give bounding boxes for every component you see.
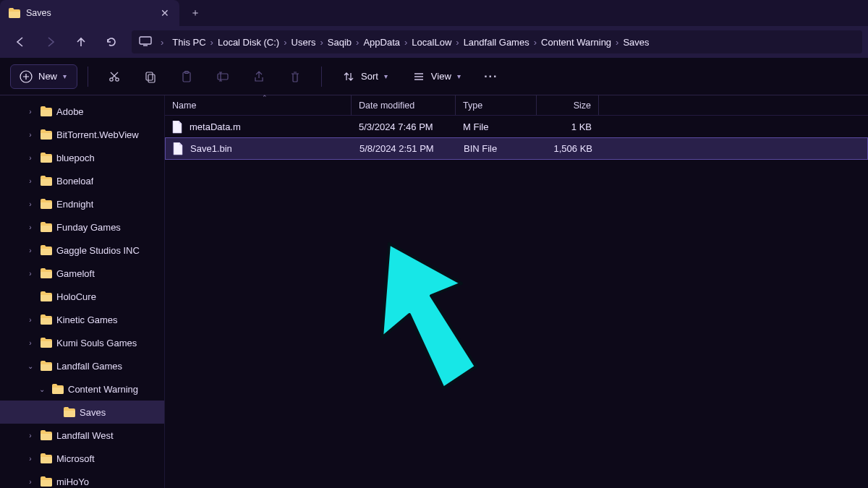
breadcrumb-segment[interactable]: Users [292,37,316,48]
chevron-down-icon[interactable]: ⌄ [25,362,36,370]
chevron-down-icon: ▾ [384,72,388,80]
copy-button[interactable] [135,64,166,89]
chevron-right-icon[interactable]: › [25,200,36,208]
annotation-arrow [375,236,498,388]
file-size: 1 KB [537,121,599,132]
file-name: metaData.m [190,121,241,132]
chevron-right-icon[interactable]: › [25,316,36,324]
chevron-right-icon[interactable]: › [25,455,36,463]
tree-item[interactable]: ›Funday Games [0,215,164,239]
chevron-right-icon[interactable]: › [25,478,36,486]
refresh-button[interactable] [97,30,126,53]
column-name[interactable]: Name [165,95,352,115]
tree-item[interactable]: ›Microsoft [0,447,164,470]
folder-icon [41,199,52,209]
address-bar[interactable]: › This PC›Local Disk (C:)›Users›Saqib›Ap… [132,30,862,53]
chevron-right-icon[interactable]: › [25,339,36,347]
breadcrumb-segment[interactable]: Saqib [328,37,352,48]
new-tab-button[interactable]: ＋ [179,0,211,26]
new-button-label: New [38,71,57,82]
back-button[interactable] [6,30,35,53]
folder-icon [41,338,52,348]
folder-icon [64,407,75,417]
window-tab[interactable]: Saves ✕ [0,0,179,26]
tree-item-label: HoloCure [56,291,96,302]
tree-item-label: Kinetic Games [56,314,118,325]
breadcrumb-segment[interactable]: Saves [623,37,649,48]
folder-icon [41,268,52,278]
file-row[interactable]: metaData.m5/3/2024 7:46 PMM File1 KB [165,116,868,138]
tree-item[interactable]: Saves [0,401,164,424]
tree-item[interactable]: ›Kumi Souls Games [0,331,164,354]
chevron-right-icon[interactable]: › [25,270,36,278]
file-icon [173,142,183,155]
tree-item[interactable]: ⌄Content Warning [0,377,164,401]
file-date: 5/8/2024 2:51 PM [352,143,456,154]
chevron-right-icon[interactable]: › [25,223,36,231]
column-date[interactable]: Date modified [352,95,456,115]
close-tab-button[interactable]: ✕ [155,3,175,23]
tree-item[interactable]: ›Landfall West [0,424,164,447]
tree-item[interactable]: ›Boneloaf [0,169,164,192]
chevron-right-icon: › [404,37,407,48]
tree-item[interactable]: HoloCure [0,285,164,308]
folder-icon [41,176,52,186]
collapse-caret-icon[interactable]: ⌃ [262,94,268,101]
folder-icon [41,153,52,163]
new-button[interactable]: New ▾ [10,64,77,89]
chevron-right-icon[interactable]: › [25,131,36,139]
folder-icon [41,453,52,463]
tree-item-label: BitTorrent.WebView [56,129,139,140]
tree-item[interactable]: ›Endnight [0,192,164,215]
breadcrumb-segment[interactable]: Local Disk (C:) [218,37,279,48]
folder-icon [41,106,52,116]
tree-item[interactable]: ›Kinetic Games [0,308,164,331]
file-name: Save1.bin [190,143,232,154]
paste-button[interactable] [171,64,203,89]
sort-button[interactable]: Sort ▾ [332,64,398,89]
view-button[interactable]: View ▾ [402,64,471,89]
tree-item[interactable]: ›Gameloft [0,262,164,285]
share-button[interactable] [243,64,275,89]
chevron-right-icon[interactable]: › [25,154,36,162]
column-headers[interactable]: Name Date modified Type Size [165,95,868,116]
column-size[interactable]: Size [537,95,599,115]
breadcrumb-segment[interactable]: This PC [172,37,205,48]
delete-button[interactable] [279,64,311,89]
tree-item[interactable]: ›Gaggle Studios INC [0,239,164,262]
toolbar: New ▾ Sort ▾ View ▾ ··· [0,58,868,95]
tree-item[interactable]: ›BitTorrent.WebView [0,123,164,146]
folder-icon [41,361,52,371]
cut-button[interactable] [98,64,130,89]
breadcrumb-segment[interactable]: Landfall Games [464,37,529,48]
file-size: 1,506 KB [537,143,600,154]
rename-button[interactable] [207,64,239,89]
up-button[interactable] [67,30,95,53]
folder-tree[interactable]: ›Adobe›BitTorrent.WebView›bluepoch›Bonel… [0,95,165,488]
file-date: 5/3/2024 7:46 PM [352,121,456,132]
chevron-right-icon: › [616,37,618,48]
breadcrumb-segment[interactable]: LocalLow [412,37,451,48]
tree-item[interactable]: ›Adobe [0,100,164,123]
nav-row: › This PC›Local Disk (C:)›Users›Saqib›Ap… [0,26,868,58]
chevron-right-icon[interactable]: › [25,177,36,185]
column-type[interactable]: Type [456,95,537,115]
tree-item[interactable]: ⌄Landfall Games [0,354,164,377]
breadcrumb-segment[interactable]: AppData [363,37,400,48]
folder-icon [41,291,52,301]
chevron-right-icon[interactable]: › [25,247,36,254]
chevron-right-icon[interactable]: › [25,108,36,116]
tree-item[interactable]: ›miHoYo [0,470,164,488]
file-row[interactable]: Save1.bin5/8/2024 2:51 PMBIN File1,506 K… [165,137,868,160]
forward-button[interactable] [36,30,65,53]
chevron-down-icon[interactable]: ⌄ [36,385,48,393]
divider [88,67,88,87]
chevron-right-icon[interactable]: › [25,432,36,440]
tree-item-label: Boneloaf [56,176,93,187]
more-button[interactable]: ··· [475,64,507,89]
folder-icon [52,384,64,394]
folder-icon [41,314,52,325]
breadcrumb-segment[interactable]: Content Warning [541,37,611,48]
tree-item[interactable]: ›bluepoch [0,146,164,169]
chevron-right-icon: › [161,37,163,48]
